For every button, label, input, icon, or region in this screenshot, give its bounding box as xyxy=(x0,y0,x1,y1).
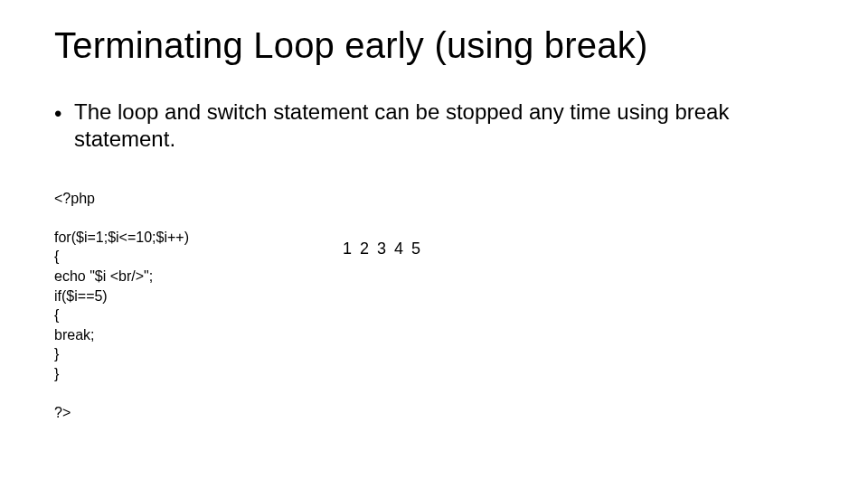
slide: Terminating Loop early (using break) • T… xyxy=(0,0,868,488)
code-line: for($i=1;$i<=10;$i++) xyxy=(54,230,189,245)
code-line: <?php xyxy=(54,191,95,206)
code-block: <?php for($i=1;$i<=10;$i++) { echo "$i <… xyxy=(54,165,189,423)
code-line: } xyxy=(54,346,59,361)
code-line: { xyxy=(54,249,59,264)
code-line: } xyxy=(54,366,59,381)
code-line: if($i==5) xyxy=(54,288,108,304)
bullet-item: • The loop and switch statement can be s… xyxy=(54,99,814,153)
bullet-dot-icon: • xyxy=(54,99,74,127)
bullet-text: The loop and switch statement can be sto… xyxy=(74,99,814,153)
code-line: { xyxy=(54,307,59,323)
output-text: 1 2 3 4 5 xyxy=(189,165,422,258)
code-line: break; xyxy=(54,327,94,343)
code-line: echo "$i <br/>"; xyxy=(54,268,153,284)
code-line: ?> xyxy=(54,405,71,420)
code-and-output: <?php for($i=1;$i<=10;$i++) { echo "$i <… xyxy=(54,165,814,423)
slide-title: Terminating Loop early (using break) xyxy=(54,25,814,66)
